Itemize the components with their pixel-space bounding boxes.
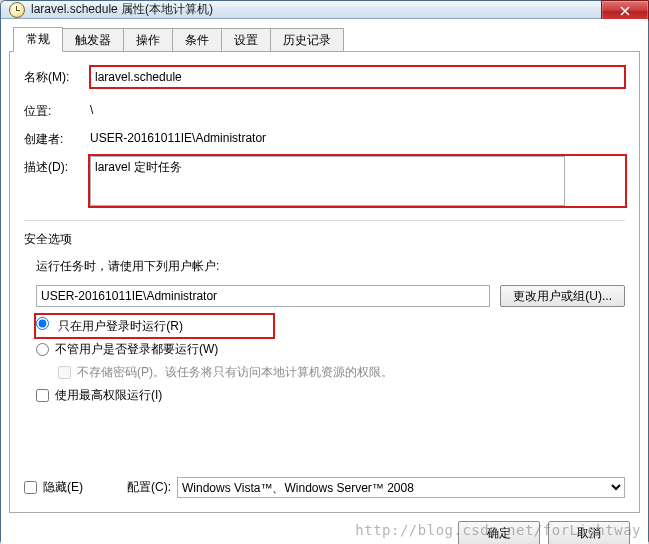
location-value: \	[90, 100, 625, 117]
properties-dialog: laravel.schedule 属性(本地计算机) 常规 触发器 操作 条件 …	[0, 0, 649, 542]
configure-for-select[interactable]: Windows Vista™、Windows Server™ 2008	[177, 477, 625, 498]
tab-conditions[interactable]: 条件	[172, 28, 222, 52]
account-input[interactable]	[36, 285, 490, 307]
tab-panel-general: 名称(M): 位置: \ 创建者: USER-20161011IE\Admini…	[9, 51, 640, 513]
tab-label: 设置	[234, 33, 258, 47]
security-section-title: 安全选项	[24, 231, 625, 248]
label-configure-for: 配置(C):	[127, 479, 171, 496]
label-description: 描述(D):	[24, 156, 90, 176]
window-title: laravel.schedule 属性(本地计算机)	[31, 1, 213, 18]
change-user-button[interactable]: 更改用户或组(U)...	[500, 285, 625, 307]
radio-run-any-time-label: 不管用户是否登录都要运行(W)	[55, 341, 218, 358]
close-icon	[620, 6, 630, 16]
checkbox-hidden-label: 隐藏(E)	[43, 479, 83, 496]
titlebar[interactable]: laravel.schedule 属性(本地计算机)	[1, 1, 648, 19]
separator	[24, 220, 625, 221]
tab-label: 常规	[26, 32, 50, 46]
row-description: 描述(D): laravel 定时任务	[24, 156, 625, 206]
radio-run-logged-on-label: 只在用户登录时运行(R)	[58, 319, 183, 333]
description-input[interactable]: laravel 定时任务	[90, 156, 565, 206]
ok-button[interactable]: 确定	[458, 521, 540, 544]
security-prompt: 运行任务时，请使用下列用户帐户:	[36, 258, 625, 275]
dialog-button-bar: 确定 取消	[9, 513, 640, 544]
tab-strip: 常规 触发器 操作 条件 设置 历史记录	[13, 27, 640, 51]
checkbox-no-store-password-label: 不存储密码(P)。该任务将只有访问本地计算机资源的权限。	[77, 364, 393, 381]
tab-history[interactable]: 历史记录	[270, 28, 344, 52]
label-location: 位置:	[24, 100, 90, 120]
checkbox-run-highest-label: 使用最高权限运行(I)	[55, 387, 162, 404]
row-name: 名称(M):	[24, 66, 625, 88]
author-value: USER-20161011IE\Administrator	[90, 128, 625, 145]
option-run-logged-on[interactable]: 只在用户登录时运行(R)	[36, 317, 625, 335]
checkbox-no-store-password	[58, 366, 71, 379]
row-author: 创建者: USER-20161011IE\Administrator	[24, 128, 625, 148]
checkbox-hidden[interactable]	[24, 481, 37, 494]
row-bottom: 隐藏(E) 配置(C): Windows Vista™、Windows Serv…	[24, 477, 625, 498]
radio-run-logged-on[interactable]	[36, 317, 49, 330]
tab-label: 历史记录	[283, 33, 331, 47]
tab-settings[interactable]: 设置	[221, 28, 271, 52]
option-hidden[interactable]: 隐藏(E)	[24, 479, 83, 496]
option-run-any-time[interactable]: 不管用户是否登录都要运行(W)	[36, 341, 625, 358]
option-run-highest[interactable]: 使用最高权限运行(I)	[36, 387, 625, 404]
label-name: 名称(M):	[24, 66, 90, 86]
dialog-body: 常规 触发器 操作 条件 设置 历史记录 名称(M): 位置: \ 创建者: U…	[1, 19, 648, 544]
row-location: 位置: \	[24, 100, 625, 120]
tab-label: 操作	[136, 33, 160, 47]
option-no-store-password: 不存储密码(P)。该任务将只有访问本地计算机资源的权限。	[58, 364, 625, 381]
tab-actions[interactable]: 操作	[123, 28, 173, 52]
row-account: 更改用户或组(U)...	[36, 285, 625, 307]
label-author: 创建者:	[24, 128, 90, 148]
name-input[interactable]	[90, 66, 625, 88]
cancel-button[interactable]: 取消	[548, 521, 630, 544]
tab-triggers[interactable]: 触发器	[62, 28, 124, 52]
radio-run-any-time[interactable]	[36, 343, 49, 356]
tab-general[interactable]: 常规	[13, 27, 63, 52]
task-scheduler-icon	[9, 2, 25, 18]
checkbox-run-highest[interactable]	[36, 389, 49, 402]
tab-label: 触发器	[75, 33, 111, 47]
tab-label: 条件	[185, 33, 209, 47]
